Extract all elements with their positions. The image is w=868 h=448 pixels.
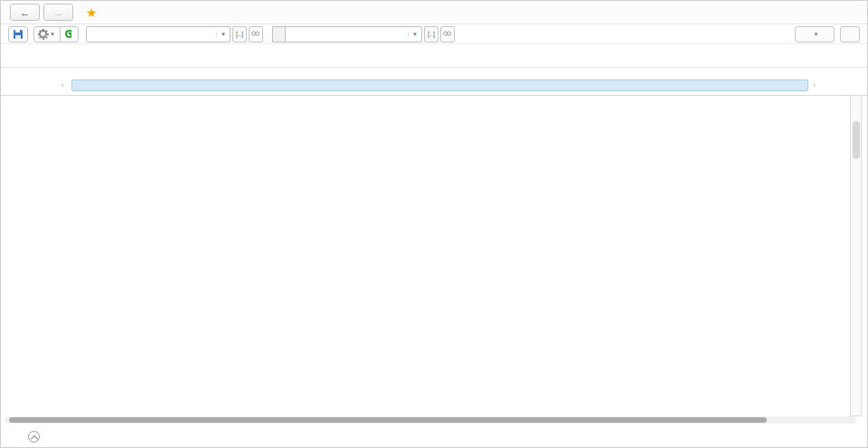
plan-editor-window: ← → ★ ▼ ▼ [..] ▼ [..] ▼ (0, 0, 868, 448)
save-button[interactable] (8, 26, 28, 42)
title-bar: ← → ★ (1, 1, 867, 24)
footer-bar: ((•)) (1, 425, 867, 448)
more-button[interactable]: ▼ (795, 26, 835, 42)
scenario-prefix (272, 26, 286, 42)
link-icon (251, 32, 260, 37)
gear-icon (39, 30, 47, 38)
back-button[interactable]: ← (10, 4, 40, 21)
save-icon (14, 30, 23, 39)
horizontal-scrollbar-thumb[interactable] (9, 417, 767, 423)
timeline-overview: ‹ › (1, 68, 867, 96)
help-button[interactable] (840, 26, 860, 42)
timeline-right-arrow[interactable]: › (813, 81, 816, 89)
plan-open-link-button[interactable] (249, 26, 263, 42)
grid-body (4, 118, 850, 416)
plan-grid (4, 95, 863, 416)
chevron-down-icon[interactable]: ▼ (216, 32, 226, 37)
link-icon (443, 32, 452, 37)
vertical-scrollbar[interactable] (850, 95, 862, 416)
scenario-open-link-button[interactable] (440, 26, 455, 42)
timeline-range-slider[interactable] (71, 79, 808, 91)
chevron-down-icon: ▼ (50, 32, 55, 37)
collapse-panel-button[interactable] (28, 431, 40, 443)
chevron-down-icon[interactable]: ▼ (408, 32, 418, 37)
forward-button[interactable]: → (43, 4, 73, 21)
scenario-combo[interactable]: ▼ (285, 26, 422, 42)
favorites-star-icon[interactable]: ★ (86, 5, 98, 20)
refresh-icon (65, 30, 73, 38)
refresh-button[interactable] (60, 26, 79, 42)
timeline-left-arrow[interactable]: ‹ (61, 81, 64, 89)
plan-toolbar (1, 44, 867, 68)
form-toolbar: ▼ ▼ [..] ▼ [..] ▼ (1, 24, 867, 44)
scenario-choose-button[interactable]: [..] (424, 26, 439, 42)
plan-choose-button[interactable]: [..] (232, 26, 247, 42)
horizontal-scrollbar[interactable] (5, 416, 856, 424)
plan-combo[interactable]: ▼ (86, 26, 231, 42)
vertical-scrollbar-thumb[interactable] (853, 121, 860, 159)
chevron-down-icon: ▼ (814, 32, 819, 37)
settings-button[interactable]: ▼ (33, 26, 61, 42)
